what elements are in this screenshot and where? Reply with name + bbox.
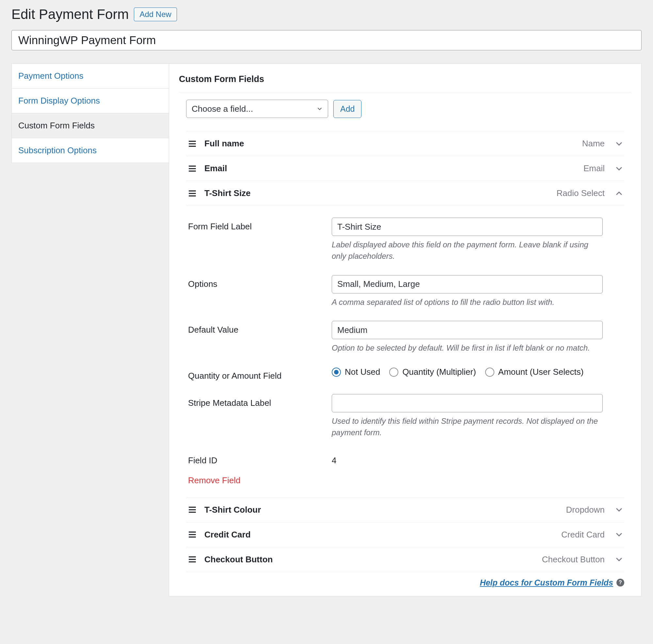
choose-field-placeholder: Choose a field... <box>192 104 253 114</box>
drag-handle-icon[interactable] <box>188 165 197 172</box>
choose-field-select[interactable]: Choose a field... <box>186 100 328 118</box>
field-name-label: Credit Card <box>204 530 554 540</box>
form-title-input[interactable] <box>18 33 635 47</box>
options-input[interactable] <box>332 275 603 293</box>
field-type-label: Checkout Button <box>542 554 605 565</box>
add-field-button[interactable]: Add <box>333 100 361 118</box>
chevron-up-icon <box>616 191 622 196</box>
help-text: Used to identify this field within Strip… <box>332 416 603 438</box>
radio-not-used[interactable]: Not Used <box>332 367 380 377</box>
field-type-label: Email <box>583 163 605 174</box>
qty-amount-radio-group: Not Used Quantity (Multiplier) Amount (U… <box>332 367 622 377</box>
radio-quantity-multiplier[interactable]: Quantity (Multiplier) <box>389 367 476 377</box>
panel-heading: Custom Form Fields <box>179 74 631 84</box>
default-value-input[interactable] <box>332 321 603 339</box>
form-field-label-input[interactable] <box>332 217 603 236</box>
row-form-field-label: Form Field Label Label displayed above t… <box>188 217 622 262</box>
add-new-button[interactable]: Add New <box>134 7 177 21</box>
radio-label: Not Used <box>345 367 380 377</box>
radio-icon <box>332 368 341 377</box>
page-title: Edit Payment Form <box>11 6 129 22</box>
chevron-down-icon <box>616 166 622 171</box>
field-row-checkout-button[interactable]: Checkout Button Checkout Button <box>186 547 624 572</box>
help-docs-row: Help docs for Custom Form Fields ? <box>179 578 624 588</box>
sidebar-item-label: Payment Options <box>18 71 83 81</box>
radio-label: Amount (User Selects) <box>498 367 584 377</box>
drag-handle-icon[interactable] <box>188 190 197 197</box>
chevron-down-icon <box>616 532 622 537</box>
setting-label: Field ID <box>188 452 332 466</box>
row-stripe-metadata: Stripe Metadata Label Used to identify t… <box>188 394 622 438</box>
field-name-label: T-Shirt Colour <box>204 505 559 515</box>
sidebar-item-label: Custom Form Fields <box>18 120 95 130</box>
field-settings-panel: Form Field Label Label displayed above t… <box>186 206 624 498</box>
field-name-label: Email <box>204 163 576 174</box>
field-type-label: Radio Select <box>557 188 605 198</box>
sidebar-item-payment-options[interactable]: Payment Options <box>12 64 169 89</box>
sidebar-item-form-display-options[interactable]: Form Display Options <box>12 89 169 113</box>
drag-handle-icon[interactable] <box>188 506 197 513</box>
setting-label: Default Value <box>188 321 332 354</box>
help-text: Option to be selected by default. Will b… <box>332 342 603 354</box>
help-text: A comma separated list of options to fil… <box>332 297 603 308</box>
drag-handle-icon[interactable] <box>188 556 197 563</box>
setting-label: Options <box>188 275 332 308</box>
chevron-down-icon <box>616 141 622 146</box>
form-title-wrapper <box>11 30 642 50</box>
stripe-metadata-input[interactable] <box>332 394 603 412</box>
field-type-label: Dropdown <box>566 505 605 515</box>
help-text: Label displayed above this field on the … <box>332 239 603 262</box>
radio-icon <box>485 368 494 377</box>
drag-handle-icon[interactable] <box>188 140 197 147</box>
sidebar-item-custom-form-fields[interactable]: Custom Form Fields <box>12 113 169 138</box>
divider <box>179 92 631 92</box>
field-row-email[interactable]: Email Email <box>186 156 624 181</box>
help-docs-link[interactable]: Help docs for Custom Form Fields <box>480 578 613 588</box>
custom-form-fields-panel: Custom Form Fields Choose a field... Add… <box>169 63 642 596</box>
settings-tabs-sidebar: Payment Options Form Display Options Cus… <box>11 63 169 163</box>
field-name-label: Checkout Button <box>204 554 535 565</box>
sidebar-item-label: Form Display Options <box>18 96 100 106</box>
field-list-continued: T-Shirt Colour Dropdown Credit Card Cred… <box>186 498 624 572</box>
radio-icon <box>389 368 398 377</box>
radio-label: Quantity (Multiplier) <box>402 367 476 377</box>
field-row-full-name[interactable]: Full name Name <box>186 131 624 156</box>
field-name-label: T-Shirt Size <box>204 188 550 198</box>
field-row-credit-card[interactable]: Credit Card Credit Card <box>186 523 624 547</box>
sidebar-item-subscription-options[interactable]: Subscription Options <box>12 138 169 163</box>
setting-label: Form Field Label <box>188 217 332 262</box>
setting-label: Stripe Metadata Label <box>188 394 332 438</box>
setting-label: Quantity or Amount Field <box>188 367 332 381</box>
field-row-tshirt-size[interactable]: T-Shirt Size Radio Select <box>186 181 624 206</box>
field-type-label: Name <box>582 139 605 149</box>
chevron-down-icon <box>616 507 622 512</box>
row-options: Options A comma separated list of option… <box>188 275 622 308</box>
drag-handle-icon[interactable] <box>188 531 197 538</box>
help-icon[interactable]: ? <box>616 579 624 586</box>
sidebar-item-label: Subscription Options <box>18 145 97 155</box>
field-id-value: 4 <box>332 452 622 466</box>
chevron-down-icon <box>316 105 323 112</box>
row-field-id: Field ID 4 <box>188 452 622 466</box>
field-type-label: Credit Card <box>561 530 605 540</box>
field-row-tshirt-colour[interactable]: T-Shirt Colour Dropdown <box>186 498 624 523</box>
field-list: Full name Name Email Email <box>186 131 624 206</box>
field-name-label: Full name <box>204 139 575 149</box>
chevron-down-icon <box>616 557 622 562</box>
remove-field-link[interactable]: Remove Field <box>188 476 240 485</box>
field-chooser-row: Choose a field... Add <box>186 100 631 118</box>
radio-amount-user-selects[interactable]: Amount (User Selects) <box>485 367 584 377</box>
row-default-value: Default Value Option to be selected by d… <box>188 321 622 354</box>
row-qty-amount: Quantity or Amount Field Not Used Quanti… <box>188 367 622 381</box>
